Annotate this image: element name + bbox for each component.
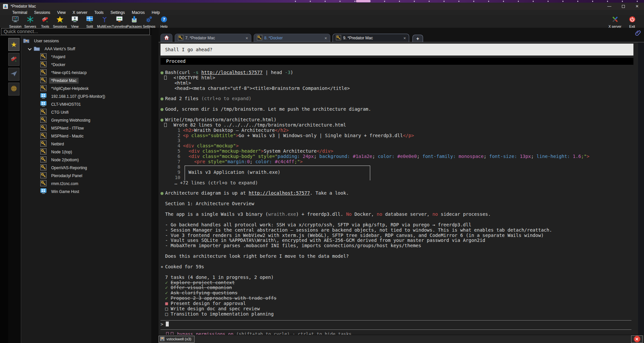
taskbar-highlight bbox=[356, 0, 371, 2]
toolbar-button-x server[interactable]: X server bbox=[606, 15, 624, 28]
maximize-button[interactable] bbox=[616, 3, 630, 10]
menu-item-help[interactable]: Help bbox=[152, 10, 160, 15]
tree-item-openvas-reporting[interactable]: OpenVAS-Reporting bbox=[21, 164, 151, 172]
menu-item-sessions[interactable]: Sessions bbox=[34, 10, 50, 15]
tree-item-label: 192.168.1.107 ([UPS-Monitor]) bbox=[49, 94, 107, 99]
terminal-link[interactable]: http://localhost:57577 bbox=[249, 190, 310, 196]
globe-icon bbox=[10, 85, 18, 94]
tab-close-icon[interactable]: × bbox=[403, 36, 406, 41]
terminal-line: <head><meta charset="utf-8"><title>Brain… bbox=[161, 86, 638, 91]
tree-item--new-cp01-heistacp[interactable]: *New-cp01-heistacp bbox=[21, 69, 151, 77]
swiss-knife-icon bbox=[10, 55, 18, 64]
tree-item-label: rmm.t2cnc.com bbox=[49, 181, 80, 187]
toolbar-button-servers[interactable]: Servers bbox=[23, 15, 38, 28]
terminal-line: □ Transition to implementation planning bbox=[161, 312, 638, 317]
content-column: 7. *Predator Mac×8. *Docker×9. *Predator… bbox=[151, 28, 644, 343]
tree-item-pterodactyl-panel[interactable]: Pterodactyl Panel bbox=[21, 172, 151, 180]
new-tab-button[interactable]: + bbox=[412, 35, 423, 42]
terminal-line: ∗Cooked for 59s bbox=[161, 264, 638, 270]
tree-item-user-sessions[interactable]: User sessions bbox=[21, 37, 151, 45]
rail-button-tools[interactable] bbox=[8, 53, 19, 66]
quick-connect-input[interactable]: Quick connect... bbox=[1, 28, 150, 35]
menu-item-settings[interactable]: Settings bbox=[111, 10, 125, 15]
key-icon bbox=[40, 164, 47, 172]
rail-button-favorites[interactable]: ★ bbox=[8, 38, 19, 51]
toolbar-button-multiexec[interactable]: MultiExec bbox=[97, 15, 112, 28]
tree-item-ctg-unifi[interactable]: CTG Unifi bbox=[21, 108, 151, 116]
rail-button-web[interactable] bbox=[8, 83, 19, 95]
tab-9-predator-mac[interactable]: 9. *Predator Mac× bbox=[333, 34, 409, 42]
code-line-number: 6 bbox=[161, 154, 183, 159]
terminal-output: Shall I go ahead?ProceedBash(curl -s htt… bbox=[159, 42, 638, 335]
tree-item-mspnerd-itflow[interactable]: MSPNerd - ITFlow bbox=[21, 124, 151, 132]
terminal-scrollbar[interactable] bbox=[638, 42, 644, 335]
toolbar-button-settings[interactable]: Settings bbox=[142, 15, 157, 28]
attachments-paperclip-icon[interactable] bbox=[635, 29, 641, 36]
tab-home[interactable] bbox=[161, 34, 172, 42]
tab-8-docker[interactable]: 8. *Docker× bbox=[254, 34, 330, 42]
toolbar-button-packages[interactable]: Packages bbox=[127, 15, 142, 28]
terminal-input-row[interactable]: > bbox=[161, 321, 638, 328]
chevron-down-icon[interactable] bbox=[28, 47, 31, 50]
tree-item-label: CTG Unifi bbox=[49, 109, 71, 115]
tree-item--docker[interactable]: *Docker bbox=[21, 61, 151, 69]
key-icon bbox=[178, 35, 183, 41]
terminal-blank-line bbox=[161, 259, 638, 264]
toolbar-button-split[interactable]: Split bbox=[82, 15, 97, 28]
terminal-line: 3 bbox=[161, 138, 638, 143]
tree-item-clt-vmhost01[interactable]: CLT-VMHOST01 bbox=[21, 100, 151, 108]
toolbar-button-help[interactable]: ?Help bbox=[157, 15, 171, 28]
tab-7-predator-mac[interactable]: 7. *Predator Mac× bbox=[175, 34, 251, 42]
tree-item-aaa-vantz-s-stuff[interactable]: AAA Vantz's Stuff bbox=[21, 45, 151, 53]
tree-item-label: Node 2(bottom) bbox=[49, 157, 81, 163]
user-session-button[interactable]: vstockwell (x3) bbox=[159, 336, 195, 343]
toolbar-button-tunneling[interactable]: Tunneling bbox=[112, 15, 127, 28]
menu-item-x-server[interactable]: X server bbox=[73, 10, 88, 15]
toolbar-button-exit[interactable]: Exit bbox=[624, 15, 641, 28]
tree-item-rmm-t2cnc-com[interactable]: rmm.t2cnc.com bbox=[21, 180, 151, 188]
tree-item-node-1-top-[interactable]: Node 1(top) bbox=[21, 148, 151, 156]
tree-item-label: *Asgard bbox=[49, 54, 67, 60]
menu-item-view[interactable]: View bbox=[57, 10, 66, 15]
key-icon bbox=[40, 53, 47, 60]
toolbar-button-view[interactable]: View bbox=[67, 15, 82, 28]
tree-item--predator-mac[interactable]: *Predator Mac bbox=[21, 77, 151, 85]
tree-item-label: *Docker bbox=[49, 62, 67, 68]
terminal-blank-line bbox=[161, 91, 638, 96]
proceed-option-bar[interactable]: Proceed bbox=[161, 58, 633, 65]
tree-item-win-game-host[interactable]: Win Game Host bbox=[21, 188, 151, 196]
tree-item--vigilcyber-helpdesk[interactable]: *VigilCyber-Helpdesk bbox=[21, 85, 151, 93]
terminal-line: Bash(curl -s http://localhost:57577 | he… bbox=[161, 70, 638, 75]
terminal-line: Does this architecture look right before… bbox=[161, 254, 638, 259]
terminal-line: - MobaXTerm importer parses .mobaconf IN… bbox=[161, 243, 638, 248]
tree-item-mspnerd-mautic[interactable]: MSPNerd - Mautic bbox=[21, 132, 151, 140]
rail-button-transfer[interactable] bbox=[8, 68, 19, 81]
key-icon bbox=[40, 69, 47, 76]
terminal-blank-line bbox=[161, 185, 638, 191]
menu-item-terminal[interactable]: Terminal bbox=[12, 10, 27, 15]
tab-close-icon[interactable]: × bbox=[324, 36, 327, 41]
swiss-knife-icon bbox=[41, 16, 49, 24]
tab-close-icon[interactable]: × bbox=[245, 36, 248, 41]
tree-item-netbird[interactable]: Netbird bbox=[21, 140, 151, 148]
tree-item-192-168-1-107-ups-monitor-[interactable]: 192.168.1.107 ([UPS-Monitor]) bbox=[21, 93, 151, 100]
tree-item-greyming-webhosting[interactable]: Greyming Webhosting bbox=[21, 116, 151, 124]
close-button[interactable]: ✕ bbox=[630, 3, 644, 10]
tree-item-label: *VigilCyber-Helpdesk bbox=[49, 86, 90, 92]
close-terminal-button[interactable]: ✕ bbox=[631, 335, 643, 343]
toolbar-button-session[interactable]: Session bbox=[8, 15, 23, 28]
toolbar-button-sessions[interactable]: Sessions bbox=[53, 15, 67, 28]
ascii-diagram-block: 89 Wails v3 Application (wraith.exe)10 bbox=[161, 165, 638, 180]
menu-item-macros[interactable]: Macros bbox=[132, 10, 145, 15]
menu-bar: TerminalSessionsViewX serverToolsSetting… bbox=[0, 10, 644, 15]
tree-item-node-2-bottom-[interactable]: Node 2(bottom) bbox=[21, 156, 151, 164]
tree-item-label: MSPNerd - ITFlow bbox=[49, 125, 86, 131]
key-icon bbox=[40, 117, 47, 124]
tree-item--asgard[interactable]: *Asgard bbox=[21, 53, 151, 61]
toolbar-button-tools[interactable]: Tools bbox=[38, 15, 53, 28]
menu-item-tools[interactable]: Tools bbox=[94, 10, 104, 15]
terminal-line: Wrote 82 lines to ../../../../tmp/brains… bbox=[161, 123, 638, 128]
package-download-icon bbox=[130, 16, 138, 24]
minimize-button[interactable]: — bbox=[602, 3, 616, 10]
terminal-link[interactable]: http://localhost:57577 bbox=[201, 70, 263, 75]
